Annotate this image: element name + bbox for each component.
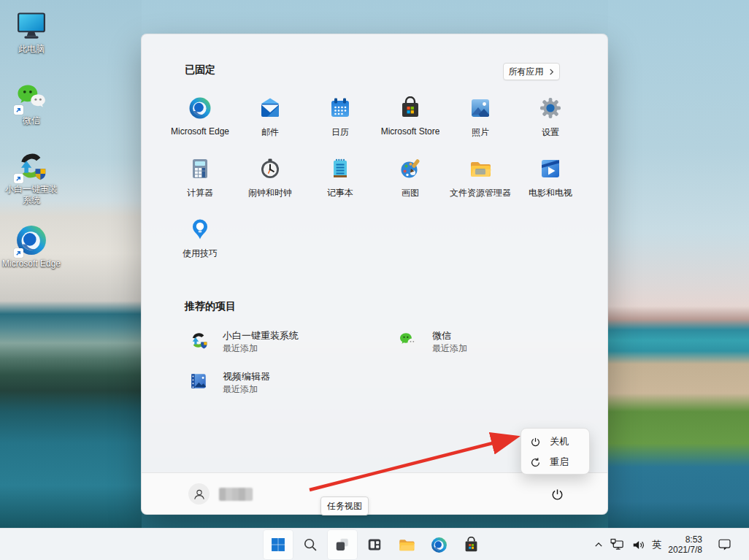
network-status[interactable] [610, 538, 625, 551]
microsoft-store-button[interactable] [456, 530, 485, 559]
app-label: 邮件 [261, 126, 279, 139]
app-tile-settings[interactable]: 设置 [515, 92, 585, 153]
input-method-indicator[interactable]: 英 [652, 538, 661, 551]
app-label: 计算器 [187, 187, 213, 199]
clock-date: 2021/7/8 [668, 545, 702, 555]
photos-icon [469, 96, 492, 120]
hidden-icons-chevron[interactable] [594, 540, 604, 550]
taskbar: 英 8:53 2021/7/8 [0, 528, 749, 560]
calculator-icon [188, 157, 212, 180]
power-button[interactable] [548, 485, 566, 504]
shutdown-label: 关机 [550, 435, 569, 448]
wechat-icon [15, 80, 48, 114]
xiaobai-reinstall-icon [15, 149, 48, 183]
microsoft-store-icon [399, 96, 422, 120]
pinned-section-header: 已固定 [185, 64, 215, 77]
ethernet-network-icon [610, 538, 625, 551]
recommended-item-video-editor[interactable]: 视频编辑器 最近添加 [189, 370, 399, 395]
recommended-item-title: 小白一键重装系统 [223, 329, 299, 342]
app-label: 记事本 [327, 187, 353, 199]
this-pc-icon [15, 9, 48, 42]
pinned-apps-grid: Microsoft Edge 邮件 日历 Microsoft Store 照片 … [165, 92, 585, 274]
app-tile-tips[interactable]: 使用技巧 [165, 213, 235, 274]
recommended-item-wechat[interactable]: 微信 最近添加 [399, 329, 608, 354]
file-explorer-icon [469, 157, 492, 180]
search-icon [302, 537, 318, 553]
task-view-tooltip: 任务视图 [320, 496, 369, 515]
desktop-icon-label: 微信 [1, 115, 61, 126]
movies-tv-icon [539, 157, 562, 180]
paint-icon [399, 157, 422, 180]
app-tile-microsoft-store[interactable]: Microsoft Store [375, 92, 445, 153]
windows11-desktop: { "desktop": { "icons": [ { "label": "此电… [0, 0, 749, 560]
volume-status[interactable] [631, 539, 645, 551]
app-tile-photos[interactable]: 照片 [445, 92, 515, 153]
user-account-button[interactable] [188, 483, 253, 505]
power-flyout-menu: 关机 重启 [521, 428, 590, 475]
mail-icon [258, 96, 282, 120]
task-view-icon [334, 537, 350, 553]
power-icon [530, 437, 541, 448]
app-label: 日历 [331, 126, 349, 139]
task-view-button[interactable] [328, 530, 357, 559]
wallpaper-grass-river [608, 0, 749, 528]
widgets-button[interactable] [360, 530, 389, 559]
video-editor-icon [189, 372, 208, 391]
user-avatar-icon [188, 483, 210, 505]
edge-button[interactable] [424, 530, 453, 559]
clock[interactable]: 8:53 2021/7/8 [668, 534, 702, 555]
app-label: Microsoft Store [381, 126, 440, 137]
shutdown-menu-item[interactable]: 关机 [521, 431, 589, 452]
app-tile-calculator[interactable]: 计算器 [165, 153, 235, 213]
notification-bubble-icon [718, 538, 731, 551]
microsoft-store-icon [463, 537, 480, 553]
app-tile-file-explorer[interactable]: 文件资源管理器 [445, 153, 515, 213]
recommended-item-title: 视频编辑器 [223, 370, 270, 383]
desktop-icon-edge[interactable]: Microsoft Edge [0, 223, 63, 269]
app-label: 文件资源管理器 [450, 187, 511, 199]
shortcut-arrow-icon [14, 174, 23, 183]
app-label: 使用技巧 [183, 248, 218, 260]
app-label: 照片 [472, 126, 489, 139]
recommended-items: 小白一键重装系统 最近添加 微信 最近添加 视频编辑器 最近添加 [189, 329, 608, 395]
desktop-icon-wechat[interactable]: 微信 [0, 80, 63, 126]
edge-icon [15, 223, 48, 257]
settings-gear-icon [539, 96, 562, 120]
xiaobai-reinstall-icon [189, 331, 208, 350]
start-menu-footer [142, 472, 607, 514]
desktop-icon-label: Microsoft Edge [1, 258, 61, 269]
app-tile-movies-tv[interactable]: 电影和电视 [515, 153, 585, 213]
chevron-up-icon [594, 540, 604, 550]
app-tile-paint[interactable]: 画图 [375, 153, 445, 213]
app-tile-notepad[interactable]: 记事本 [305, 153, 375, 213]
app-tile-microsoft-edge[interactable]: Microsoft Edge [165, 92, 235, 153]
all-apps-label: 所有应用 [509, 66, 544, 78]
recommended-item-title: 微信 [432, 329, 467, 342]
wechat-icon [399, 331, 418, 350]
clock-time: 8:53 [668, 534, 702, 545]
taskbar-center-icons [264, 530, 485, 559]
desktop-icon-label: 小白一键重装系统 [1, 184, 61, 206]
app-tile-mail[interactable]: 邮件 [235, 92, 305, 153]
recommended-item-xiaobai[interactable]: 小白一键重装系统 最近添加 [189, 329, 399, 354]
file-explorer-button[interactable] [392, 530, 421, 559]
app-tile-alarms-clock[interactable]: 闹钟和时钟 [235, 153, 305, 213]
widgets-icon [366, 537, 383, 553]
search-button[interactable] [296, 530, 325, 559]
shortcut-arrow-icon [14, 248, 23, 258]
alarm-clock-icon [258, 157, 282, 180]
system-tray: 英 8:53 2021/7/8 [594, 529, 702, 560]
all-apps-button[interactable]: 所有应用 [503, 63, 560, 80]
notification-center-button[interactable] [714, 534, 734, 555]
app-label: 电影和电视 [529, 187, 572, 199]
recommended-item-subtitle: 最近添加 [432, 342, 467, 354]
recommended-section-header: 推荐的项目 [185, 300, 236, 313]
restart-menu-item[interactable]: 重启 [521, 452, 589, 472]
app-tile-calendar[interactable]: 日历 [305, 92, 375, 153]
start-button[interactable] [264, 530, 293, 559]
restart-label: 重启 [550, 456, 569, 469]
recommended-item-subtitle: 最近添加 [223, 383, 270, 395]
desktop-icon-this-pc[interactable]: 此电脑 [0, 9, 63, 55]
edge-icon [188, 96, 212, 120]
desktop-icon-xiaobai[interactable]: 小白一键重装系统 [0, 149, 63, 206]
